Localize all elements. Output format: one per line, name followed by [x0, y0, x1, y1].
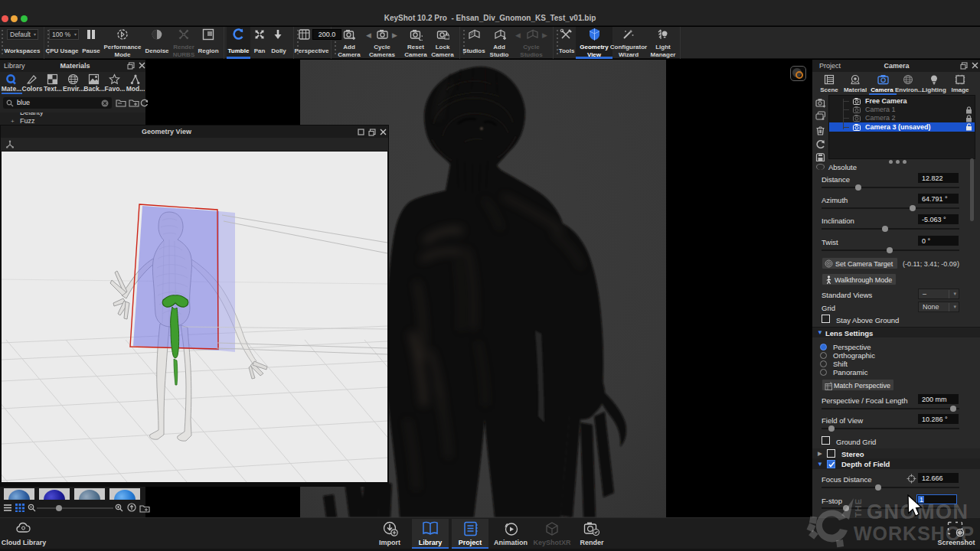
- svg-text:THE: THE: [854, 498, 863, 517]
- svg-text:WORKSHOP: WORKSHOP: [854, 523, 975, 544]
